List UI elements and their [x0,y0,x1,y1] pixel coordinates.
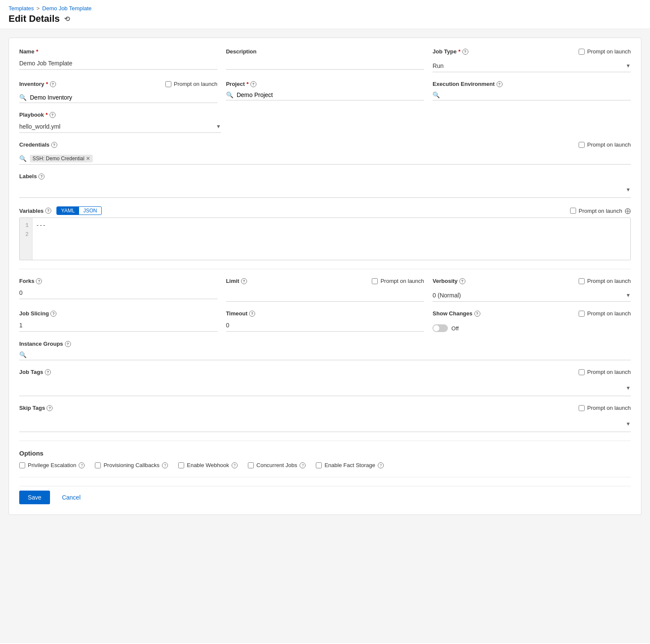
verbosity-prompt-text: Prompt on launch [587,278,631,284]
verbosity-select[interactable]: 0 (Normal) 1 (Verbose) 2 (More Verbose) … [432,289,626,301]
job-type-info-icon[interactable]: ? [462,49,468,55]
limit-info-icon[interactable]: ? [241,278,247,284]
job-type-select[interactable]: Run Check Scan [432,60,626,72]
skip-tags-dropdown-arrow: ▼ [626,421,631,427]
verbosity-prompt-label[interactable]: Prompt on launch [579,278,631,284]
forks-field-group: Forks ? [19,278,218,302]
provisioning-callbacks-checkbox[interactable] [95,462,101,468]
name-input[interactable] [19,57,218,70]
provisioning-callbacks-text: Provisioning Callbacks [103,462,159,468]
expand-icon[interactable]: ⨁ [625,207,631,214]
skip-tags-prompt-checkbox[interactable] [579,405,585,411]
json-toggle-btn[interactable]: JSON [79,207,101,215]
timeout-info-icon[interactable]: ? [249,311,255,317]
enable-fact-storage-label[interactable]: Enable Fact Storage ? [316,462,384,468]
exec-env-input[interactable] [443,91,631,98]
limit-input[interactable] [226,289,424,302]
show-changes-prompt-checkbox[interactable] [579,311,585,317]
show-changes-toggle[interactable] [432,324,448,332]
cancel-button[interactable]: Cancel [55,491,88,504]
description-input[interactable] [226,57,424,70]
limit-prompt-checkbox[interactable] [372,278,378,284]
job-slicing-info-icon[interactable]: ? [50,311,56,317]
exec-env-info-icon[interactable]: ? [497,81,503,87]
timeout-field-group: Timeout ? [226,310,424,332]
privilege-escalation-checkbox[interactable] [19,462,25,468]
inventory-input[interactable] [30,94,218,101]
concurrent-jobs-checkbox[interactable] [248,462,254,468]
show-changes-prompt-label[interactable]: Prompt on launch [579,310,631,317]
instance-groups-info-icon[interactable]: ? [65,341,71,347]
save-button[interactable]: Save [19,491,50,504]
variables-prompt-checkbox[interactable] [570,208,576,214]
job-type-prompt-label[interactable]: Prompt on launch [579,48,631,55]
code-editor[interactable]: 1 2 --- [19,218,631,260]
forks-label: Forks [19,278,34,284]
show-changes-info-icon[interactable]: ? [474,311,480,317]
job-type-prompt-checkbox[interactable] [579,49,585,55]
credentials-info-icon[interactable]: ? [51,142,57,148]
variables-info-icon[interactable]: ? [45,208,51,214]
verbosity-info-icon[interactable]: ? [459,278,465,284]
job-tags-prompt-checkbox[interactable] [579,369,585,375]
variables-prompt-label[interactable]: Prompt on launch [570,208,622,214]
verbosity-prompt-checkbox[interactable] [579,278,585,284]
options-title: Options [19,450,631,457]
skip-tags-info-icon[interactable]: ? [47,405,53,411]
forks-label-row: Forks ? [19,278,218,284]
playbook-select[interactable]: hello_world.yml [19,121,216,132]
credentials-prompt-text: Prompt on launch [587,141,631,148]
enable-webhook-info-icon[interactable]: ? [232,462,238,468]
description-label: Description [226,48,424,55]
page-title: Edit Details [9,13,60,24]
provisioning-callbacks-info-icon[interactable]: ? [162,462,168,468]
labels-info-icon[interactable]: ? [38,173,44,179]
skip-tags-prompt-label[interactable]: Prompt on launch [579,405,631,411]
privilege-escalation-info-icon[interactable]: ? [79,462,85,468]
exec-env-search-wrapper: 🔍 [432,90,631,100]
project-required: * [247,81,249,87]
forks-info-icon[interactable]: ? [36,278,42,284]
privilege-escalation-label[interactable]: Privilege Escalation ? [19,462,85,468]
job-tags-prompt-label[interactable]: Prompt on launch [579,369,631,375]
labels-select[interactable] [19,184,626,196]
credentials-prompt-label[interactable]: Prompt on launch [579,141,631,148]
playbook-info-icon[interactable]: ? [50,112,56,118]
enable-fact-storage-checkbox[interactable] [316,462,322,468]
credentials-label: Credentials [19,141,50,148]
instance-groups-input[interactable] [30,351,631,358]
page-header: Templates > Demo Job Template Edit Detai… [0,0,650,29]
skip-tags-select[interactable] [19,418,626,430]
show-changes-header: Show Changes ? Prompt on launch [432,310,631,317]
breadcrumb-current: Demo Job Template [42,5,91,12]
job-tags-header: Job Tags ? Prompt on launch [19,369,631,375]
project-label-row: Project * ? [226,81,424,87]
credentials-tag-remove[interactable]: ✕ [86,156,90,162]
credentials-prompt-checkbox[interactable] [579,142,585,148]
job-tags-select[interactable] [19,382,626,394]
job-tags-info-icon[interactable]: ? [45,369,51,375]
timeout-input[interactable] [226,319,424,332]
inventory-prompt-label[interactable]: Prompt on launch [165,81,218,87]
inventory-info-icon[interactable]: ? [50,81,56,87]
enable-fact-storage-info-icon[interactable]: ? [378,462,384,468]
job-slicing-input[interactable] [19,319,218,332]
show-changes-slider[interactable] [432,324,448,332]
breadcrumb-templates-link[interactable]: Templates [9,5,34,12]
project-info-icon[interactable]: ? [250,81,256,87]
history-icon[interactable]: ⟲ [64,15,70,23]
code-content[interactable]: --- [32,218,630,260]
enable-webhook-label[interactable]: Enable Webhook ? [178,462,238,468]
yaml-toggle-btn[interactable]: YAML [57,207,79,215]
limit-prompt-label[interactable]: Prompt on launch [372,278,424,284]
enable-webhook-checkbox[interactable] [178,462,184,468]
concurrent-jobs-info-icon[interactable]: ? [300,462,306,468]
forks-input[interactable] [19,287,218,299]
provisioning-callbacks-label[interactable]: Provisioning Callbacks ? [95,462,168,468]
credentials-tag: SSH: Demo Credential ✕ [30,155,93,162]
inventory-prompt-checkbox[interactable] [165,81,171,87]
row-name-desc-jobtype: Name * Description Job Type * ? [19,48,631,72]
concurrent-jobs-label[interactable]: Concurrent Jobs ? [248,462,306,468]
project-input[interactable] [237,91,424,98]
job-type-prompt-text: Prompt on launch [587,48,631,55]
